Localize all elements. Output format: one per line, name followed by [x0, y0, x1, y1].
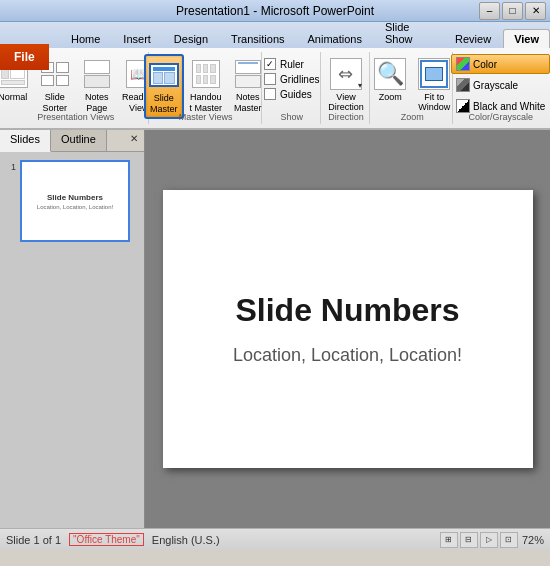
close-button[interactable]: ✕ [525, 2, 546, 20]
zoom-icon: 🔍 [374, 58, 406, 90]
gridlines-label: Gridlines [280, 74, 319, 85]
zoom-level: 72% [522, 534, 544, 546]
fit-window-label: Fit toWindow [418, 92, 450, 112]
notes-page-label: Notes Page [80, 92, 114, 114]
group-master-views: Slide Master Handout Mast [151, 52, 262, 124]
normal-label: Normal [0, 92, 27, 103]
show-label: Show [280, 112, 303, 122]
normal-view-icon-btn[interactable]: ⊞ [440, 532, 458, 548]
ruler-label: Ruler [280, 59, 304, 70]
maximize-button[interactable]: □ [502, 2, 523, 20]
slide-info: Slide 1 of 1 [6, 534, 61, 546]
ribbon: File Home Insert Design Transitions Anim… [0, 22, 550, 130]
slide-title: Slide Numbers [235, 292, 459, 329]
zoom-control: 72% [522, 534, 544, 546]
title-bar-text: Presentation1 - Microsoft PowerPoint [176, 4, 374, 18]
outline-tab[interactable]: Outline [51, 130, 107, 151]
tab-view[interactable]: View [503, 29, 550, 48]
notes-master-icon [232, 58, 264, 90]
tab-home[interactable]: Home [60, 29, 111, 48]
file-button[interactable]: File [0, 44, 49, 70]
theme-button[interactable]: "Office Theme" [69, 533, 144, 546]
slide-canvas: Slide Numbers Location, Location, Locati… [163, 190, 533, 468]
guides-label: Guides [280, 89, 312, 100]
reading-view-icon-btn[interactable]: ▷ [480, 532, 498, 548]
tab-insert[interactable]: Insert [112, 29, 162, 48]
group-zoom: 🔍 Zoom Fit toWindow Zoom [372, 52, 453, 124]
status-right: ⊞ ⊟ ▷ ⊡ 72% [440, 532, 544, 548]
tab-transitions[interactable]: Transitions [220, 29, 295, 48]
ruler-checkbox[interactable] [264, 58, 276, 70]
view-direction-label: ViewDirection [328, 92, 364, 112]
handout-master-button[interactable]: Handout Master [186, 54, 226, 117]
language-info: English (U.S.) [152, 534, 220, 546]
color-button[interactable]: Color [451, 54, 550, 74]
slide-master-label: Slide Master [148, 93, 180, 115]
slides-tab[interactable]: Slides [0, 130, 51, 152]
zoom-label-group: Zoom [401, 112, 424, 122]
group-direction: ⇔ ▾ ViewDirection Direction [323, 52, 370, 124]
grayscale-swatch [456, 78, 470, 92]
panel-tabs: Slides Outline ✕ [0, 130, 144, 152]
zoom-label: Zoom [379, 92, 402, 102]
zoom-buttons: 🔍 Zoom Fit toWindow [369, 54, 455, 141]
bw-label: Black and White [473, 101, 545, 112]
slideshow-icon-btn[interactable]: ⊡ [500, 532, 518, 548]
color-label: Color [473, 59, 497, 70]
thumb-subtitle-1: Location, Location, Location! [37, 204, 113, 210]
tab-slideshow[interactable]: Slide Show [374, 17, 443, 48]
view-direction-icon: ⇔ ▾ [330, 58, 362, 90]
zoom-button[interactable]: 🔍 Zoom [369, 54, 411, 117]
tab-design[interactable]: Design [163, 29, 219, 48]
thumb-title-1: Slide Numbers [47, 193, 103, 202]
notes-page-button[interactable]: Notes Page [77, 54, 117, 117]
tab-review[interactable]: Review [444, 29, 502, 48]
slide-thumbnail-1[interactable]: Slide Numbers Location, Location, Locati… [20, 160, 130, 242]
bw-swatch [456, 99, 470, 113]
ribbon-content: Normal Slide Sorter [0, 48, 550, 128]
tab-animations[interactable]: Animations [297, 29, 373, 48]
grayscale-label: Grayscale [473, 80, 518, 91]
group-color-grayscale: Color Grayscale Black and White Color/Gr… [455, 52, 546, 124]
direction-label: Direction [328, 112, 364, 122]
title-bar-controls: – □ ✕ [479, 2, 546, 20]
slide-canvas-area[interactable]: Slide Numbers Location, Location, Locati… [145, 130, 550, 528]
notes-master-button[interactable]: Notes Master [228, 54, 268, 117]
fit-window-icon [418, 58, 450, 90]
presentation-views-label: Presentation Views [37, 112, 114, 122]
slide-panel: Slides Outline ✕ 1 Slide Numbers Locatio… [0, 130, 145, 528]
ribbon-tab-row: Home Insert Design Transitions Animation… [0, 22, 550, 48]
main-area: Slides Outline ✕ 1 Slide Numbers Locatio… [0, 130, 550, 528]
group-show: Ruler Gridlines Guides Show [264, 52, 321, 124]
slide-subtitle: Location, Location, Location! [233, 345, 462, 366]
handout-master-icon [190, 58, 222, 90]
panel-close-button[interactable]: ✕ [124, 130, 144, 151]
gridlines-checkbox-item[interactable]: Gridlines [264, 73, 319, 85]
notes-master-label: Notes Master [231, 92, 265, 114]
minimize-button[interactable]: – [479, 2, 500, 20]
guides-checkbox-item[interactable]: Guides [264, 88, 319, 100]
guides-checkbox[interactable] [264, 88, 276, 100]
slide-master-icon [148, 59, 180, 91]
show-checkboxes: Ruler Gridlines Guides [264, 54, 319, 114]
status-bar: Slide 1 of 1 "Office Theme" English (U.S… [0, 528, 550, 550]
slide-thumbnails: 1 Slide Numbers Location, Location, Loca… [0, 152, 144, 528]
slide-number-1: 1 [4, 162, 16, 172]
color-grayscale-label: Color/Grayscale [468, 112, 533, 122]
grayscale-button[interactable]: Grayscale [451, 75, 550, 95]
handout-master-label: Handout Master [189, 92, 223, 114]
slide-sorter-label: Slide Sorter [38, 92, 72, 114]
color-swatch [456, 57, 470, 71]
slide-sorter-icon-btn[interactable]: ⊟ [460, 532, 478, 548]
master-views-label: Master Views [179, 112, 233, 122]
view-mode-icons: ⊞ ⊟ ▷ ⊡ [440, 532, 518, 548]
notes-page-icon [81, 58, 113, 90]
gridlines-checkbox[interactable] [264, 73, 276, 85]
title-bar: Presentation1 - Microsoft PowerPoint – □… [0, 0, 550, 22]
ruler-checkbox-item[interactable]: Ruler [264, 58, 319, 70]
slide-master-button[interactable]: Slide Master [144, 54, 184, 119]
slide-thumb-1: 1 Slide Numbers Location, Location, Loca… [4, 160, 140, 242]
